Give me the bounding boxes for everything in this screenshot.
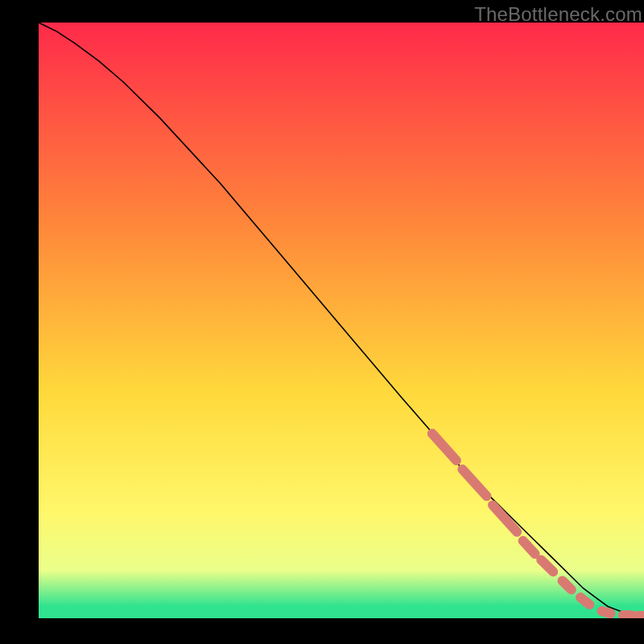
watermark-text: TheBottleneck.com [474,3,642,26]
plot-area [39,23,644,618]
gradient-background [39,23,644,618]
chart-stage: TheBottleneck.com [0,0,644,644]
svg-rect-0 [39,23,644,618]
